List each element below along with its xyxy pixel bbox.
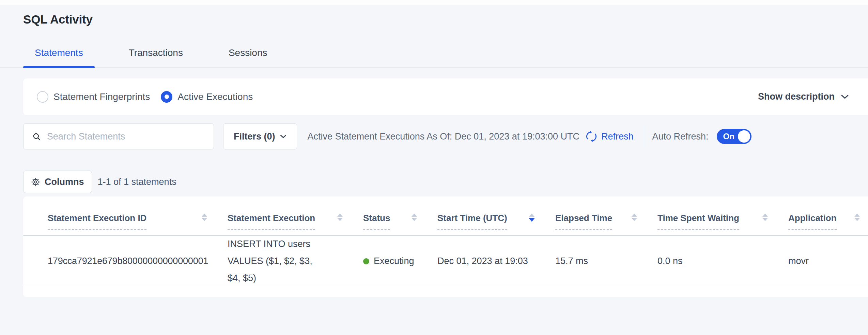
radio-label: Active Executions bbox=[177, 91, 253, 102]
filters-button[interactable]: Filters (0) bbox=[223, 123, 297, 149]
show-description-label: Show description bbox=[758, 91, 835, 102]
page-title: SQL Activity bbox=[23, 13, 868, 26]
cell-application: movr bbox=[764, 256, 868, 266]
column-header-start-time[interactable]: Start Time (UTC) bbox=[413, 213, 531, 235]
column-header-application[interactable]: Application bbox=[764, 213, 868, 235]
tab-sessions[interactable]: Sessions bbox=[217, 47, 279, 67]
tab-statements[interactable]: Statements bbox=[23, 47, 95, 67]
toggle-knob bbox=[738, 130, 750, 143]
cell-status: Executing bbox=[339, 256, 413, 266]
chevron-down-icon bbox=[280, 134, 286, 139]
table-row: 179cca7921e679b80000000000000001 INSERT … bbox=[23, 236, 868, 285]
cell-start-time: Dec 01, 2023 at 19:03 bbox=[413, 256, 531, 266]
column-header-elapsed-time[interactable]: Elapsed Time bbox=[531, 213, 633, 235]
radio-unselected-icon bbox=[37, 91, 48, 103]
cell-execution-id: 179cca7921e679b80000000000000001 bbox=[23, 256, 203, 266]
show-description-toggle[interactable]: Show description bbox=[758, 91, 849, 102]
statements-table: Statement Execution ID Statement Executi… bbox=[23, 196, 868, 297]
cell-time-spent-waiting: 0.0 ns bbox=[633, 256, 764, 266]
refresh-label: Refresh bbox=[601, 131, 634, 142]
cell-elapsed-time: 15.7 ms bbox=[531, 256, 633, 266]
chevron-down-icon bbox=[841, 94, 849, 99]
refresh-icon bbox=[586, 131, 597, 142]
status-label: Executing bbox=[374, 256, 414, 266]
search-input[interactable] bbox=[47, 131, 207, 142]
gear-icon bbox=[31, 177, 40, 187]
column-header-time-spent-waiting[interactable]: Time Spent Waiting bbox=[633, 213, 764, 235]
column-header-statement-execution-id[interactable]: Statement Execution ID bbox=[23, 213, 203, 235]
table-toolbar: Columns 1-1 of 1 statements bbox=[23, 171, 868, 193]
sort-arrows-icon bbox=[854, 213, 860, 221]
status-dot-icon bbox=[363, 258, 369, 264]
column-header-statement-execution[interactable]: Statement Execution bbox=[203, 213, 339, 235]
refresh-button[interactable]: Refresh bbox=[586, 131, 634, 142]
tab-bar: Statements Transactions Sessions bbox=[0, 47, 868, 68]
search-icon bbox=[32, 132, 41, 141]
as-of-timestamp: Active Statement Executions As Of: Dec 0… bbox=[308, 131, 579, 142]
divider bbox=[644, 126, 644, 147]
columns-button[interactable]: Columns bbox=[23, 171, 92, 193]
auto-refresh-toggle[interactable]: On bbox=[717, 129, 751, 144]
column-header-status[interactable]: Status bbox=[339, 213, 413, 235]
top-strip bbox=[0, 0, 868, 5]
filters-label: Filters (0) bbox=[234, 131, 275, 142]
table-header-row: Statement Execution ID Statement Executi… bbox=[23, 196, 868, 236]
auto-refresh-label: Auto Refresh: bbox=[652, 131, 709, 142]
cell-statement: INSERT INTO users VALUES ($1, $2, $3, $4… bbox=[203, 236, 339, 287]
radio-selected-icon bbox=[161, 91, 172, 103]
filter-bar: Filters (0) Active Statement Executions … bbox=[23, 123, 868, 149]
columns-label: Columns bbox=[45, 177, 84, 187]
tab-transactions[interactable]: Transactions bbox=[117, 47, 195, 67]
radio-label: Statement Fingerprints bbox=[53, 91, 150, 102]
result-count: 1-1 of 1 statements bbox=[98, 177, 176, 187]
search-box bbox=[23, 123, 214, 149]
view-mode-card: Statement Fingerprints Active Executions… bbox=[23, 78, 868, 115]
radio-active-executions[interactable]: Active Executions bbox=[161, 91, 253, 103]
toggle-state-label: On bbox=[723, 132, 734, 141]
radio-statement-fingerprints[interactable]: Statement Fingerprints bbox=[37, 91, 150, 103]
